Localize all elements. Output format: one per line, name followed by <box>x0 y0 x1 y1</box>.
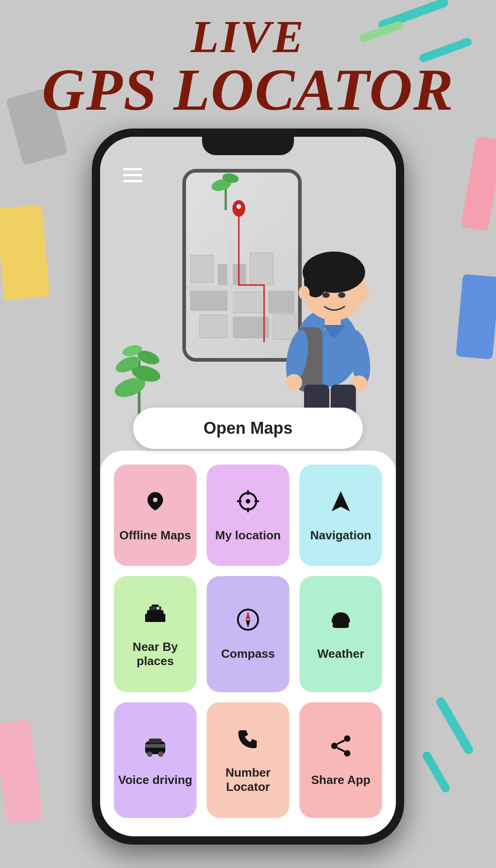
title-line1: LIVE <box>0 14 496 60</box>
share-app-label: Share App <box>311 773 370 787</box>
hamburger-line-3 <box>123 180 142 182</box>
phone-mockup: Open Maps Offline MapsMy locationNavigat… <box>92 129 404 845</box>
number-locator-icon <box>235 726 261 757</box>
grid-item-navigation[interactable]: Navigation <box>299 465 382 566</box>
grid-item-number-locator[interactable]: Number Locator <box>207 702 289 818</box>
compass-icon <box>235 607 261 638</box>
plant-right <box>208 164 244 212</box>
hamburger-line-2 <box>123 174 142 176</box>
svg-marker-55 <box>246 620 250 628</box>
svg-rect-49 <box>145 614 150 622</box>
bg-decor-pink-1 <box>461 136 496 231</box>
bg-decor-blue-1 <box>456 274 496 359</box>
svg-rect-10 <box>232 292 264 313</box>
character-illustration <box>267 196 387 444</box>
title-line2: GPS LOCATOR <box>0 60 496 119</box>
svg-rect-12 <box>200 315 227 338</box>
grid-item-weather[interactable]: Weather <box>299 576 382 692</box>
svg-line-69 <box>337 748 344 751</box>
svg-point-67 <box>344 750 350 756</box>
navigation-label: Navigation <box>310 528 372 543</box>
svg-point-62 <box>158 751 163 757</box>
weather-icon <box>328 607 354 638</box>
compass-label: Compass <box>221 647 275 661</box>
svg-point-28 <box>322 292 330 298</box>
grid-item-voice-driving[interactable]: Voice driving <box>114 702 197 818</box>
grid-item-my-location[interactable]: My location <box>207 465 289 566</box>
share-app-icon <box>328 733 354 765</box>
open-maps-button[interactable]: Open Maps <box>133 408 363 449</box>
svg-rect-63 <box>149 739 162 743</box>
svg-point-61 <box>147 751 152 757</box>
illustration <box>100 151 396 444</box>
open-maps-label: Open Maps <box>203 419 293 438</box>
hamburger-line-1 <box>123 168 142 170</box>
title-area: LIVE GPS LOCATOR <box>0 14 496 119</box>
svg-point-52 <box>157 607 159 610</box>
bg-decor-pink-2 <box>0 719 44 824</box>
svg-marker-54 <box>246 611 250 620</box>
voice-driving-icon <box>142 733 168 765</box>
phone-notch <box>202 137 294 155</box>
my-location-icon <box>235 488 261 520</box>
svg-rect-64 <box>145 744 165 748</box>
hero-area: Open Maps <box>100 137 396 467</box>
svg-point-26 <box>299 286 310 300</box>
near-by-places-icon <box>142 600 168 632</box>
svg-marker-46 <box>332 491 350 511</box>
svg-rect-13 <box>232 317 269 338</box>
svg-point-29 <box>338 292 345 298</box>
bottom-section: Offline MapsMy locationNavigationNear By… <box>100 451 396 836</box>
bg-decor-teal-4 <box>421 750 451 794</box>
svg-rect-51 <box>149 606 161 610</box>
phone-outer: Open Maps Offline MapsMy locationNavigat… <box>92 129 404 845</box>
navigation-icon <box>328 488 354 520</box>
svg-line-68 <box>337 740 344 744</box>
svg-point-27 <box>358 286 369 300</box>
bg-decor-teal-3 <box>434 695 474 756</box>
svg-point-36 <box>286 374 302 391</box>
svg-rect-6 <box>191 255 214 283</box>
svg-point-41 <box>246 499 250 504</box>
svg-rect-59 <box>333 623 349 628</box>
my-location-label: My location <box>215 528 281 543</box>
voice-driving-label: Voice driving <box>118 773 192 787</box>
grid-item-compass[interactable]: Compass <box>207 576 289 692</box>
svg-point-65 <box>344 735 350 742</box>
near-by-places-label: Near By places <box>114 640 197 668</box>
number-locator-label: Number Locator <box>207 766 289 794</box>
grid-item-share-app[interactable]: Share App <box>299 702 382 818</box>
offline-maps-icon <box>142 488 168 520</box>
weather-label: Weather <box>317 647 364 661</box>
grid-item-offline-maps[interactable]: Offline Maps <box>114 465 197 566</box>
svg-rect-16 <box>227 241 233 358</box>
bg-decor-yellow-1 <box>0 205 50 300</box>
svg-rect-9 <box>191 287 227 310</box>
phone-inner: Open Maps Offline MapsMy locationNavigat… <box>100 137 396 836</box>
svg-rect-50 <box>161 614 165 622</box>
grid-container: Offline MapsMy locationNavigationNear By… <box>114 465 382 818</box>
offline-maps-label: Offline Maps <box>119 528 191 543</box>
hamburger-menu[interactable] <box>123 164 142 186</box>
svg-point-66 <box>331 743 338 749</box>
grid-item-near-by-places[interactable]: Near By places <box>114 576 197 692</box>
